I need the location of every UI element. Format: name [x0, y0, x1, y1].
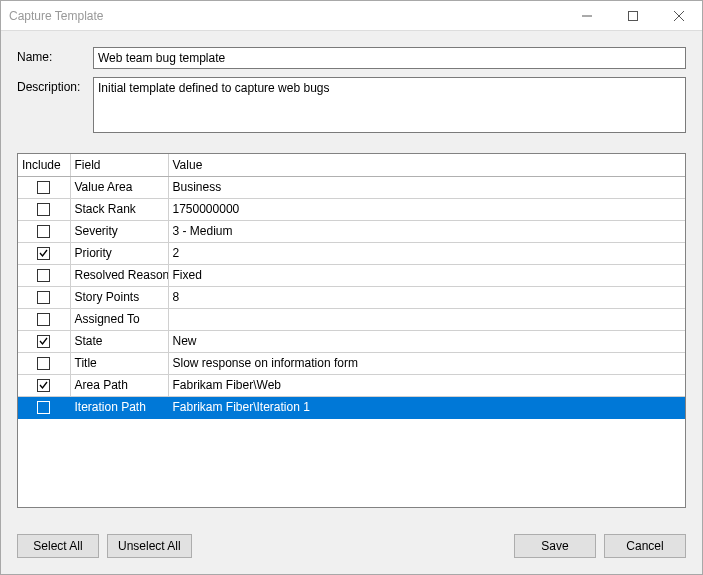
table-row[interactable]: StateNew	[18, 330, 685, 352]
table-row[interactable]: TitleSlow response on information form	[18, 352, 685, 374]
maximize-button[interactable]	[610, 1, 656, 31]
value-cell	[168, 308, 685, 330]
description-input[interactable]	[93, 77, 686, 133]
table-row[interactable]: Severity3 - Medium	[18, 220, 685, 242]
field-cell: Title	[70, 352, 168, 374]
select-all-button[interactable]: Select All	[17, 534, 99, 558]
include-cell	[18, 176, 70, 198]
fields-grid: Include Field Value Value AreaBusinessSt…	[17, 153, 686, 508]
content-area: Name: Description: Include Field Value	[1, 31, 702, 524]
cancel-button[interactable]: Cancel	[604, 534, 686, 558]
field-cell: Stack Rank	[70, 198, 168, 220]
name-input[interactable]	[93, 47, 686, 69]
include-checkbox[interactable]	[37, 203, 50, 216]
unselect-all-button[interactable]: Unselect All	[107, 534, 192, 558]
include-checkbox[interactable]	[37, 313, 50, 326]
include-checkbox[interactable]	[37, 291, 50, 304]
minimize-button[interactable]	[564, 1, 610, 31]
include-cell	[18, 396, 70, 418]
field-cell: Iteration Path	[70, 396, 168, 418]
value-cell: 2	[168, 242, 685, 264]
button-bar: Select All Unselect All Save Cancel	[1, 524, 702, 574]
table-row[interactable]: Stack Rank1750000000	[18, 198, 685, 220]
close-button[interactable]	[656, 1, 702, 31]
value-cell: Business	[168, 176, 685, 198]
value-cell: 8	[168, 286, 685, 308]
table-row[interactable]: Iteration PathFabrikam Fiber\Iteration 1	[18, 396, 685, 418]
include-cell	[18, 308, 70, 330]
value-cell: New	[168, 330, 685, 352]
field-cell: Value Area	[70, 176, 168, 198]
field-cell: Assigned To	[70, 308, 168, 330]
value-cell: Fabrikam Fiber\Iteration 1	[168, 396, 685, 418]
include-cell	[18, 242, 70, 264]
value-cell: 1750000000	[168, 198, 685, 220]
value-cell: Slow response on information form	[168, 352, 685, 374]
include-checkbox[interactable]	[37, 335, 50, 348]
window-title: Capture Template	[9, 9, 564, 23]
window-controls	[564, 1, 702, 31]
field-cell: Severity	[70, 220, 168, 242]
svg-rect-1	[629, 11, 638, 20]
col-header-value[interactable]: Value	[168, 154, 685, 176]
field-cell: Priority	[70, 242, 168, 264]
dialog-window: Capture Template Name: Description:	[0, 0, 703, 575]
name-row: Name:	[17, 47, 686, 69]
name-label: Name:	[17, 47, 87, 64]
include-cell	[18, 374, 70, 396]
description-label: Description:	[17, 77, 87, 94]
col-header-field[interactable]: Field	[70, 154, 168, 176]
include-checkbox[interactable]	[37, 225, 50, 238]
table-row[interactable]: Area PathFabrikam Fiber\Web	[18, 374, 685, 396]
table-row[interactable]: Resolved ReasonFixed	[18, 264, 685, 286]
value-cell: Fabrikam Fiber\Web	[168, 374, 685, 396]
col-header-include[interactable]: Include	[18, 154, 70, 176]
include-cell	[18, 264, 70, 286]
field-cell: Area Path	[70, 374, 168, 396]
description-row: Description:	[17, 77, 686, 133]
maximize-icon	[628, 11, 638, 21]
value-cell: Fixed	[168, 264, 685, 286]
table-row[interactable]: Value AreaBusiness	[18, 176, 685, 198]
minimize-icon	[582, 11, 592, 21]
save-button[interactable]: Save	[514, 534, 596, 558]
include-checkbox[interactable]	[37, 247, 50, 260]
include-checkbox[interactable]	[37, 379, 50, 392]
field-cell: Resolved Reason	[70, 264, 168, 286]
include-checkbox[interactable]	[37, 401, 50, 414]
include-cell	[18, 352, 70, 374]
include-cell	[18, 286, 70, 308]
table-row[interactable]: Assigned To	[18, 308, 685, 330]
field-cell: State	[70, 330, 168, 352]
field-cell: Story Points	[70, 286, 168, 308]
close-icon	[674, 11, 684, 21]
titlebar: Capture Template	[1, 1, 702, 31]
include-cell	[18, 330, 70, 352]
include-checkbox[interactable]	[37, 269, 50, 282]
include-checkbox[interactable]	[37, 181, 50, 194]
include-checkbox[interactable]	[37, 357, 50, 370]
grid-header-row: Include Field Value	[18, 154, 685, 176]
value-cell: 3 - Medium	[168, 220, 685, 242]
include-cell	[18, 220, 70, 242]
table-row[interactable]: Priority2	[18, 242, 685, 264]
include-cell	[18, 198, 70, 220]
table-row[interactable]: Story Points8	[18, 286, 685, 308]
